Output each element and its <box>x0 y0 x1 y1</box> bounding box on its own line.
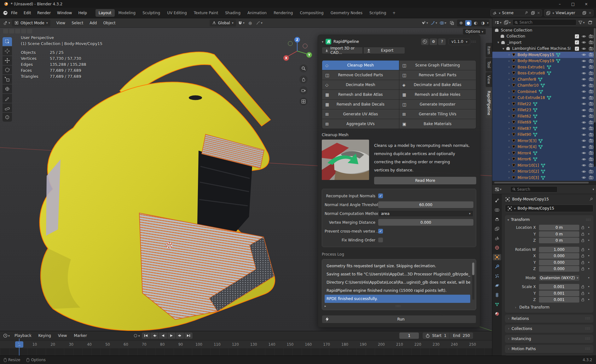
outliner-object-row[interactable]: › Chamfer10 <box>492 83 596 89</box>
hide-viewport-icon[interactable] <box>581 52 586 57</box>
wireframe-shading-icon[interactable]: ⊕ <box>458 20 464 26</box>
transform-value-field[interactable]: 0 m <box>539 238 579 243</box>
expand-chevron-icon[interactable]: ▾ <box>501 47 506 51</box>
mode-selector[interactable]: Object Mode ▾ <box>12 20 50 26</box>
exclude-checkbox[interactable]: ✓ <box>575 34 579 38</box>
editor-type-selector[interactable]: ▾ <box>3 20 11 26</box>
lock-icon[interactable] <box>579 292 587 295</box>
hide-viewport-icon[interactable] <box>581 169 586 174</box>
cursor-tool[interactable] <box>3 47 12 55</box>
lock-icon[interactable] <box>579 239 587 242</box>
pan-hand-icon[interactable] <box>299 75 308 84</box>
hide-viewport-icon[interactable] <box>581 163 586 168</box>
operation-button[interactable]: ⊞ Generate Tiling UVs <box>399 109 476 119</box>
outliner-object-row[interactable]: › Body-Move/Copy19 <box>492 58 596 64</box>
expand-chevron-icon[interactable]: › <box>507 114 511 118</box>
transform-value-field[interactable]: 0.001 <box>539 284 579 290</box>
animate-dot[interactable]: • <box>587 225 591 230</box>
hide-viewport-icon[interactable] <box>581 107 586 113</box>
disable-render-icon[interactable] <box>588 95 593 100</box>
menubar-item[interactable]: File <box>8 9 20 16</box>
operation-button[interactable]: ◫ Scene Graph Flattening <box>399 61 476 70</box>
import-button[interactable]: Import 3D or CAD... <box>322 47 363 54</box>
disable-render-icon[interactable] <box>588 77 593 82</box>
expand-chevron-icon[interactable]: › <box>507 77 511 81</box>
select-box-tool[interactable] <box>3 37 12 46</box>
expand-chevron-icon[interactable]: › <box>507 96 511 100</box>
overlays-toggle-icon[interactable]: ▾ <box>439 20 447 26</box>
workspace-tab[interactable]: Rendering <box>270 9 296 17</box>
operation-button[interactable]: ▦ Remesh and Bake Atlas <box>322 90 399 99</box>
lock-icon[interactable] <box>579 298 587 302</box>
operation-button[interactable]: ◫ Generate Imposter <box>399 100 476 109</box>
panel-grip-icon[interactable]: ∷∷ <box>471 40 476 44</box>
operation-button[interactable]: ◫ Remove Occluded Parts <box>322 70 399 80</box>
scale-tool[interactable] <box>3 75 12 84</box>
animate-dot[interactable]: • <box>587 291 591 296</box>
tab-material[interactable] <box>493 311 501 317</box>
export-button[interactable]: Export <box>363 47 405 54</box>
expand-chevron-icon[interactable]: › <box>507 170 511 174</box>
hide-viewport-icon[interactable] <box>581 95 586 100</box>
operation-button[interactable]: ▦ Remesh and Bake Decals <box>322 100 399 109</box>
hide-viewport-icon[interactable] <box>581 151 586 156</box>
play-reverse-button[interactable] <box>159 332 167 339</box>
disable-render-icon[interactable] <box>588 151 593 156</box>
disable-render-icon[interactable] <box>588 40 593 45</box>
expand-chevron-icon[interactable]: › <box>507 133 511 137</box>
log-line[interactable]: Directory C:\Users\His\AppData\Local\Ra.… <box>325 278 470 286</box>
operation-button[interactable]: ◇ Cleanup Mesh <box>322 61 399 70</box>
collapsed-panel[interactable]: › Motion Paths ∷∷ <box>505 345 593 353</box>
tab-view-layer[interactable] <box>493 226 501 232</box>
help-icon[interactable]: ? <box>438 38 446 45</box>
panel-title[interactable]: Transform <box>511 217 530 222</box>
sidebar-tab[interactable]: Item <box>486 43 492 57</box>
log-line[interactable]: Geometry fits requested target size. Ski… <box>325 262 470 270</box>
menubar-item[interactable]: Help <box>75 9 90 16</box>
disable-render-icon[interactable] <box>588 89 593 94</box>
workspace-tab[interactable]: Modeling <box>115 9 139 17</box>
outliner-row-scene-collection[interactable]: Scene Collection <box>492 27 596 33</box>
operation-button[interactable]: ▦ Remesh and Bake Holes <box>399 90 476 99</box>
exclude-checkbox[interactable]: ✓ <box>575 40 579 44</box>
move-tool[interactable] <box>3 56 12 65</box>
outliner-object-row[interactable]: › Mirror10[1] <box>492 162 596 169</box>
chevron-down-icon[interactable]: ▾ <box>593 188 594 191</box>
viewport-toggle-icon[interactable] <box>21 29 26 33</box>
viewport-3d[interactable]: Z X Y U <box>0 28 492 331</box>
outliner-object-row[interactable]: › Fillet62 <box>492 113 596 119</box>
collapsed-panel[interactable]: › Instancing ∷∷ <box>505 335 593 343</box>
license-key-icon[interactable] <box>421 38 429 45</box>
version-dropdown[interactable]: v1.1.0 ▾ <box>448 38 470 45</box>
object-name-field[interactable]: ▾ Body-Move/Copy15 <box>505 205 593 212</box>
workspace-tab[interactable]: Shading <box>222 9 244 17</box>
outliner-object-row[interactable]: › Fillet23 <box>492 107 596 113</box>
animate-dot[interactable]: • <box>587 267 591 271</box>
tab-render[interactable] <box>493 207 501 213</box>
object-visibility-icon[interactable]: ▾ <box>421 20 429 26</box>
disable-render-icon[interactable] <box>588 58 593 63</box>
menubar-item[interactable]: Window <box>54 9 75 16</box>
pin-icon[interactable] <box>524 10 529 15</box>
hide-viewport-icon[interactable] <box>581 89 586 94</box>
transform-orientation-selector[interactable]: Global ▾ <box>210 20 236 26</box>
tab-tool[interactable] <box>493 197 501 204</box>
disable-render-icon[interactable] <box>588 132 593 137</box>
outliner-object-row[interactable]: › Mirror4 <box>492 150 596 156</box>
add-workspace-button[interactable]: + <box>390 9 398 16</box>
workspace-tab[interactable]: Geometry Nodes <box>327 9 366 17</box>
workspace-tab[interactable]: Layout <box>95 9 115 17</box>
lock-icon[interactable] <box>579 267 587 271</box>
outliner-object-row[interactable]: › Fillet90 <box>492 132 596 138</box>
outliner-object-row[interactable]: › Boss-Extrude1 <box>492 64 596 70</box>
play-button[interactable] <box>167 332 176 339</box>
disable-render-icon[interactable] <box>588 157 593 162</box>
new-view-layer-icon[interactable] <box>582 10 587 15</box>
grid-ortho-icon[interactable] <box>299 97 308 106</box>
viewport-options-button[interactable]: Options ▾ <box>463 28 486 35</box>
expand-chevron-icon[interactable]: › <box>507 139 511 143</box>
outliner-object-row[interactable]: › Fillet87 <box>492 125 596 132</box>
panel-grip-icon[interactable]: ∷∷ <box>586 218 591 222</box>
end-frame-field[interactable]: End 250 <box>449 332 473 339</box>
tab-world[interactable] <box>493 245 501 251</box>
